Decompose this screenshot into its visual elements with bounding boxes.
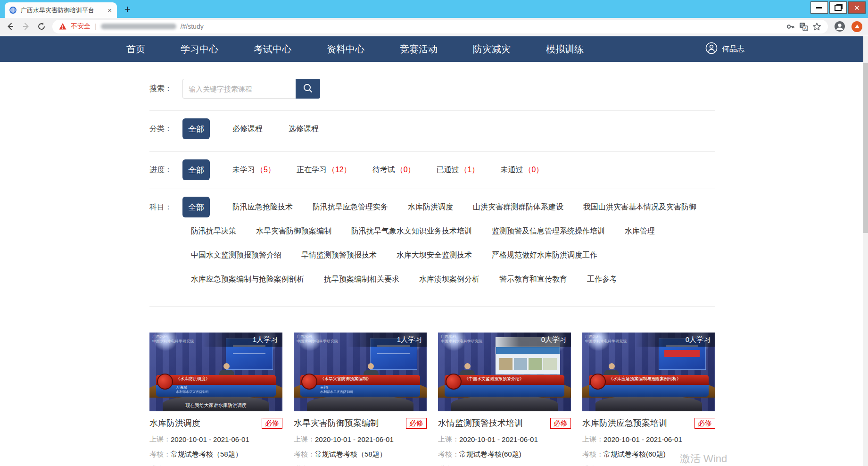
banner-speaker: 王翔水利部水旱灾害防御司 [300,385,420,397]
course-card-2[interactable]: 广西水利中国水利水电科学研究院《水旱灾害防御预案编制》王翔水利部水旱灾害防御司1… [294,333,427,466]
course-card-3[interactable]: 广西水利中国水利水电科学研究院《中国水文监测预报预警介绍》0人学习水情监测预警技… [438,333,571,466]
nav-item-7[interactable]: 模拟训练 [546,43,584,56]
subject-options: 全部防汛应急抢险技术防汛抗旱应急管理实务水库防洪调度山洪灾害群测群防体系建设我国… [182,197,716,293]
banner-speaker: 万海斌水利部水旱灾害防御司 [156,385,276,397]
course-title: 水库防洪应急预案培训 [582,417,667,429]
subject-option[interactable]: 严格规范做好水库防洪调度工作 [492,250,597,260]
progress-option-count: （0） [524,165,544,175]
progress-option-name: 待考试 [372,165,395,175]
course-thumbnail[interactable]: 广西水利中国水利水电科学研究院《中国水文监测预报预警介绍》0人学习 [438,333,571,411]
course-thumbnail[interactable]: 广西水利中国水利水电科学研究院《水旱灾害防御预案编制》王翔水利部水旱灾害防御司1… [294,333,427,411]
subject-option[interactable]: 监测预警及信息管理系统操作培训 [492,226,605,236]
subject-option[interactable]: 水库应急预案编制与抢险案例剖析 [191,275,304,284]
address-input[interactable]: 不安全 | /#/study 文A [52,20,828,33]
password-key-icon[interactable] [786,22,795,31]
course-thumbnail[interactable]: 广西水利中国水利水电科学研究院《水库防洪调度》万海斌水利部水旱灾害防御司现在我给… [149,333,282,411]
exam-row: 考核：常规试卷考核（58题） [149,450,282,459]
close-button[interactable]: ✕ [848,1,866,14]
subject-option[interactable]: 全部 [182,197,210,217]
minimize-icon [816,7,822,8]
divider [149,110,715,111]
thumbnail-watermark-line2: 中国水利水电科学研究院 [441,339,482,344]
subject-option[interactable]: 山洪灾害群测群防体系建设 [473,202,563,212]
course-card-4[interactable]: 广西水利中国水利水电科学研究院《水库应急预案编制与抢险案例剖析》0人学习水库防洪… [582,333,715,466]
subject-option[interactable]: 水库溃坝案例分析 [419,275,479,284]
browser-tab[interactable]: 广西水旱灾害防御培训平台 × [5,2,117,18]
search-label: 搜索： [149,84,182,94]
required-badge: 必修 [550,418,571,429]
subject-option[interactable]: 旱情监测预警预报技术 [301,250,377,260]
user-menu[interactable]: 何品志 [705,42,744,56]
exam-type: 常规试卷考核(60题) [603,450,666,459]
progress-option-5[interactable]: 已通过（1） [437,165,479,175]
subject-option[interactable]: 水库大坝安全监测技术 [397,250,472,260]
progress-option-3[interactable]: 正在学习（12） [297,165,351,175]
forward-icon[interactable] [21,22,31,31]
class-dates-row: 上课：2020-10-01 - 2021-06-01 [149,435,282,444]
user-name: 何品志 [722,44,744,54]
minimize-button[interactable] [810,1,828,14]
address-separator: | [95,23,97,30]
reload-icon[interactable] [37,22,46,31]
back-icon[interactable] [6,22,15,31]
subject-option[interactable]: 抗旱预案编制相关要求 [324,275,399,284]
nav-item-2[interactable]: 学习中心 [181,43,218,56]
maximize-button[interactable] [829,1,847,14]
tab-close-icon[interactable]: × [107,6,113,14]
presenter-head [609,363,615,369]
subject-option[interactable]: 水库防洪调度 [408,202,453,212]
exam-label: 考核： [438,450,459,459]
subject-option[interactable]: 防汛应急抢险技术 [232,202,293,212]
slide-image [514,358,527,370]
exam-type: 常规试卷考核（58题） [315,450,387,459]
subject-option[interactable]: 水库管理 [625,226,655,236]
profile-avatar-icon[interactable] [834,21,845,32]
speaker-name: 王翔 [320,385,418,390]
progress-option-1[interactable]: 全部 [182,159,210,180]
search-button[interactable] [296,79,320,99]
course-card-header: 水情监测预警技术培训必修 [438,417,571,429]
lower-third-banner: 《水库防洪调度》万海斌水利部水旱灾害防御司 [156,375,276,396]
scrollbar-thumb[interactable] [863,63,868,233]
subject-option[interactable]: 防汛抗旱气象水文知识业务技术培训 [351,226,472,236]
subject-option[interactable]: 我国山洪灾害基本情况及灾害防御 [583,202,696,212]
progress-option-4[interactable]: 待考试（0） [372,165,415,175]
subject-option[interactable]: 中国水文监测预报预警介绍 [191,250,281,260]
page-scrollbar[interactable] [863,36,868,466]
nav-item-6[interactable]: 防灾减灾 [473,43,511,56]
site-navbar: 首页学习中心考试中心资料中心竞赛活动防灾减灾模拟训练 何品志 [0,36,868,62]
search-row: 搜索： [149,79,715,99]
subject-option[interactable]: 警示教育和宣传教育 [499,275,567,284]
category-option-2[interactable]: 必修课程 [232,124,263,134]
category-option-3[interactable]: 选修课程 [289,124,319,134]
nav-items: 首页学习中心考试中心资料中心竞赛活动防灾减灾模拟训练 [126,43,619,56]
search-input[interactable] [182,79,296,99]
category-label: 分类： [149,124,182,134]
new-tab-button[interactable]: + [124,4,131,15]
thumbnail-watermark-line2: 中国水利水电科学研究院 [152,339,194,344]
subject-option[interactable]: 防汛抗旱应急管理实务 [313,202,388,212]
course-card-1[interactable]: 广西水利中国水利水电科学研究院《水库防洪调度》万海斌水利部水旱灾害防御司现在我给… [149,333,282,466]
nav-item-3[interactable]: 考试中心 [254,43,291,56]
progress-option-2[interactable]: 未学习（5） [232,165,275,175]
subject-option[interactable]: 防汛抗旱决策 [191,226,236,236]
thumbnail-watermark-line1: 广西水利 [152,334,194,339]
course-thumbnail[interactable]: 广西水利中国水利水电科学研究院《水库应急预案编制与抢险案例剖析》0人学习 [582,333,715,411]
category-option-1[interactable]: 全部 [182,118,210,139]
nav-item-5[interactable]: 竞赛活动 [400,43,438,56]
bookmark-star-icon[interactable] [812,22,821,31]
browser-addressbar: 不安全 | /#/study 文A [0,18,868,35]
screen-text-line [233,353,265,354]
nav-item-1[interactable]: 首页 [126,43,145,56]
progress-option-6[interactable]: 未通过（0） [501,165,544,175]
nav-item-4[interactable]: 资料中心 [327,43,364,56]
browser-update-icon[interactable] [851,21,862,32]
user-icon [705,42,718,56]
site-favicon-icon [9,6,17,14]
subject-option[interactable]: 水旱灾害防御预案编制 [256,226,331,236]
exam-type: 常规试卷考核(60题) [459,450,521,459]
subject-option[interactable]: 工作参考 [587,275,617,284]
banner-title: 《中国水文监测预报预警介绍》 [445,375,564,385]
translate-icon[interactable]: 文A [799,22,808,31]
subject-label: 科目： [149,197,182,293]
